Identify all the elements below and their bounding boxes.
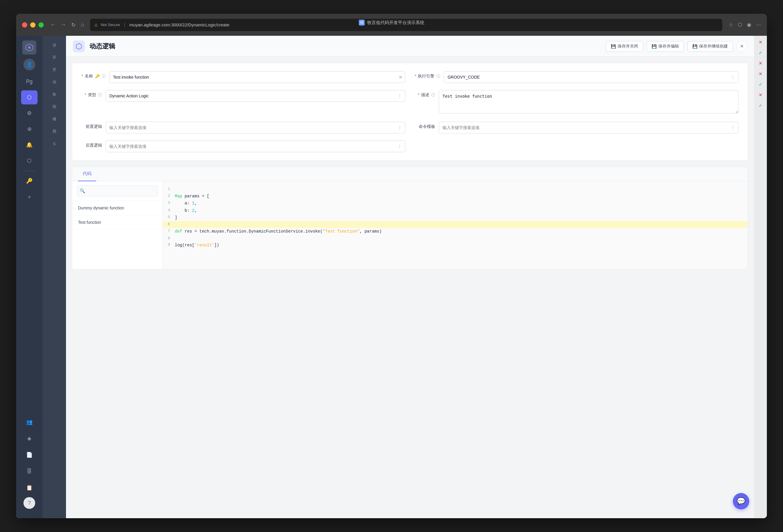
svg-marker-2 — [76, 43, 82, 49]
ss-nav-item-7[interactable]: 键 — [45, 113, 64, 125]
sidebar-item-active[interactable]: ⬡ — [21, 90, 37, 104]
not-secure-label: Not Secure — [101, 23, 120, 27]
exec-engine-more-icon[interactable]: ⋮ — [730, 73, 736, 81]
line-num-8: 8 — [163, 236, 175, 242]
sidebar-item-dynamic[interactable]: ◈ — [21, 431, 37, 445]
form-row-2: * 类型 ⓘ ⋮ * 描述 ⓘ — [82, 90, 739, 115]
sidebar-item-globe[interactable]: ⬡ — [21, 154, 37, 168]
type-more-icon[interactable]: ⋮ — [397, 92, 403, 99]
pre-logic-input[interactable] — [105, 122, 405, 133]
line-num-2: 2 — [163, 193, 175, 199]
function-list-panel: 🔍 Dummy dynamic function Test function — [72, 181, 163, 269]
cmd-template-more-icon[interactable]: ⋮ — [730, 124, 736, 131]
form-row-1: * 名称 🔑 ⓘ ✕ * 执行引擎 — [82, 71, 739, 83]
ri-item-7: ✓ — [756, 101, 764, 110]
main-content: 动态逻辑 💾 保存并关闭 💾 保存并编辑 💾 保存并继续创建 — [66, 36, 754, 518]
code-editor-panel[interactable]: 1 2 Map params = [ 3 a: 1, 4 — [163, 181, 748, 269]
home-icon[interactable]: ⌂ — [81, 22, 84, 28]
add-icon: ＋ — [27, 193, 32, 200]
bell-icon: 🔔 — [26, 142, 33, 148]
sidebar-item-pg[interactable]: Pg — [21, 74, 37, 89]
save-edit-button[interactable]: 💾 保存并编辑 — [647, 41, 684, 52]
exec-engine-input[interactable] — [444, 71, 739, 83]
save-close-label: 保存并关闭 — [618, 44, 638, 49]
post-logic-input-wrap: ⋮ — [105, 140, 405, 152]
post-logic-more-icon[interactable]: ⋮ — [397, 143, 403, 150]
browser-title-text: 牧言低代码开发平台演示系统 — [367, 20, 424, 26]
exec-engine-field: * 执行引擎 ⓘ ⋮ — [415, 71, 739, 83]
code-line-2: 2 Map params = [ — [163, 193, 748, 200]
tab-code[interactable]: 代码 — [78, 167, 96, 181]
function-list-item-2[interactable]: Test function — [72, 215, 163, 230]
post-logic-field: 后置逻辑 ⋮ — [82, 140, 405, 152]
sidebar-item-key[interactable]: 🔑 — [21, 174, 37, 188]
sidebar-item-settings[interactable]: ⚙ — [21, 106, 37, 120]
desc-textarea[interactable]: Test invoke function — [439, 90, 739, 114]
dynamic-icon: ◈ — [27, 435, 31, 442]
line-num-4: 4 — [163, 207, 175, 214]
ss-nav-item-6[interactable]: 回 — [45, 101, 64, 113]
close-button[interactable]: ✕ — [737, 41, 747, 52]
chat-button[interactable]: 💬 — [733, 493, 749, 509]
ss-nav-item-2[interactable]: 开 — [45, 52, 64, 63]
ss-nav-item-5[interactable]: 执 — [45, 89, 64, 100]
pre-logic-label: 前置逻辑 — [82, 122, 102, 129]
ss-nav-item-3[interactable]: 开 — [45, 64, 64, 76]
app-sidebar: 👤 Pg ⬡ ⚙ ⊛ 🔔 ⬡ 🔑 — [16, 36, 42, 518]
reload-icon[interactable]: ↻ — [71, 22, 76, 28]
code-line-3: 3 a: 1, — [163, 200, 748, 207]
sidebar-item-users[interactable]: 👥 — [21, 415, 37, 429]
app-logo — [22, 40, 36, 55]
ss-nav-item-4[interactable]: 动 — [45, 76, 64, 88]
forward-icon[interactable]: → — [61, 22, 66, 28]
function-list-item-1[interactable]: Dummy dynamic function — [72, 201, 163, 215]
pre-logic-more-icon[interactable]: ⋮ — [397, 124, 403, 131]
close-traffic-light[interactable] — [22, 22, 27, 28]
browser-actions: ☆ ⬡ ◉ ⋯ — [729, 22, 761, 28]
name-input[interactable] — [109, 71, 405, 83]
code-line-8: 8 — [163, 235, 748, 242]
help-button[interactable]: ? — [24, 497, 35, 509]
sidebar-item-database[interactable]: 🗄 — [21, 464, 37, 478]
cmd-template-input[interactable] — [439, 122, 739, 133]
name-field: * 名称 🔑 ⓘ ✕ — [82, 71, 405, 83]
ss-nav-item-8[interactable]: 我 — [45, 126, 64, 137]
pg-icon: Pg — [26, 79, 33, 85]
extension-icon[interactable]: ⬡ — [738, 22, 742, 28]
exec-engine-input-wrap: ⋮ — [444, 71, 739, 83]
sidebar-item-bell[interactable]: 🔔 — [21, 138, 37, 152]
profile-icon[interactable]: ◉ — [747, 22, 751, 28]
save-edit-label: 保存并编辑 — [658, 44, 679, 49]
maximize-traffic-light[interactable] — [38, 22, 44, 28]
user-avatar[interactable]: 👤 — [24, 59, 35, 70]
sidebar-item-github[interactable]: ⊛ — [21, 122, 37, 136]
save-close-button[interactable]: 💾 保存并关闭 — [606, 41, 643, 52]
ss-nav-item-9[interactable]: S — [45, 138, 64, 150]
function-search-input[interactable] — [77, 185, 158, 196]
line-content-5: ] — [175, 214, 748, 221]
save-create-button[interactable]: 💾 保存并继续创建 — [687, 41, 733, 52]
sidebar-item-add[interactable]: ＋ — [21, 190, 37, 204]
code-section: 代码 🔍 Dummy dynamic function — [72, 166, 748, 270]
ss-nav-item-1[interactable]: 业 — [45, 39, 64, 51]
name-label: * 名称 🔑 ⓘ — [82, 71, 105, 79]
right-indicators-panel: ✕ ✓ ✕ ✕ ✓ ✕ ✓ — [754, 36, 767, 518]
sidebar-item-file2[interactable]: 📋 — [21, 481, 37, 495]
line-num-5: 5 — [163, 214, 175, 221]
name-clear-icon[interactable]: ✕ — [399, 74, 402, 80]
line-content-3: a: 1, — [175, 200, 748, 207]
bookmark-icon[interactable]: ☆ — [729, 22, 733, 28]
sidebar-item-doc[interactable]: 📄 — [21, 448, 37, 462]
type-input-wrap: ⋮ — [105, 90, 405, 102]
back-icon[interactable]: ← — [50, 22, 56, 28]
type-field: * 类型 ⓘ ⋮ — [82, 90, 405, 115]
minimize-traffic-light[interactable] — [30, 22, 35, 28]
exec-engine-info-icon: ⓘ — [436, 74, 440, 78]
function-item-name-1: Dummy dynamic function — [78, 206, 124, 210]
form-row-3: 前置逻辑 ⋮ 命令模板 ⋮ — [82, 122, 739, 133]
more-icon[interactable]: ⋯ — [756, 22, 761, 28]
settings-icon: ⚙ — [27, 110, 32, 117]
doc-icon: 📄 — [26, 451, 33, 458]
post-logic-input[interactable] — [105, 140, 405, 152]
type-input[interactable] — [105, 90, 405, 102]
